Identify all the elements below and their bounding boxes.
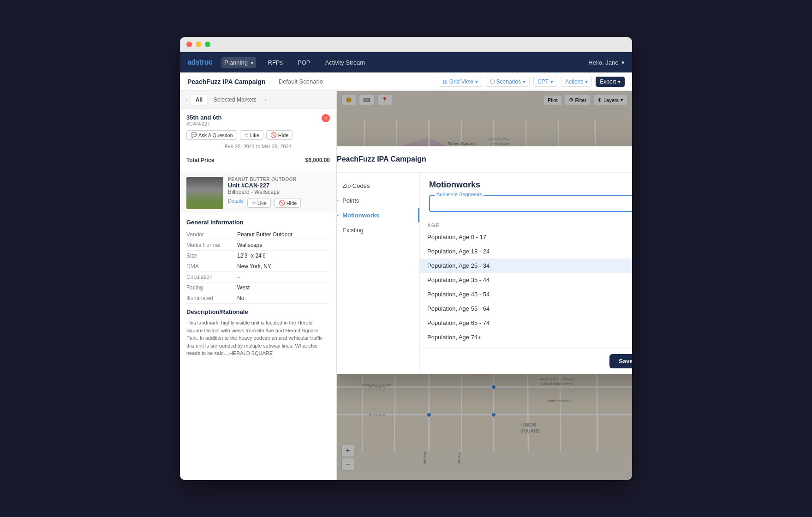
age-0-17-option[interactable]: Population, Age 0 - 17 [420, 230, 632, 244]
unit-number: Unit #CAN-227 [228, 182, 330, 189]
general-info-title: General Information [186, 219, 330, 226]
grid-view-arrow-icon: ▾ [475, 78, 478, 85]
info-row-facing: Facing West [186, 283, 330, 293]
content-area: ‹ All Selected Markets › 35th and 6th #C… [180, 91, 632, 480]
size-label: Size [186, 252, 237, 259]
export-arrow-icon: ▾ [618, 78, 621, 85]
modal-title: PeachFuzz IPA Campaign [337, 155, 426, 163]
modal-sidebar: + Zip Codes + Points + [337, 173, 420, 374]
info-row-dma: DMA New York, NY [186, 261, 330, 272]
general-info-section: General Information Vendor Peanut Butter… [180, 213, 336, 363]
cpt-button[interactable]: CPT ▾ [533, 77, 557, 87]
info-row-circulation: Circulation – [186, 272, 330, 283]
modal-nav-motionworks[interactable]: + Motionworks [337, 208, 419, 222]
question-icon: 💬 [191, 132, 197, 138]
modal-overlay: PeachFuzz IPA Campaign × + Zip [337, 91, 632, 480]
maximize-dot[interactable] [205, 42, 210, 47]
unit-card-close-button[interactable]: × [322, 114, 330, 122]
popup-like-button[interactable]: ☆ Like [247, 198, 271, 208]
info-table: Vendor Peanut Butter Outdoor Media Forma… [186, 229, 330, 304]
hide-icon: 🚫 [270, 132, 277, 138]
age-65-74-option[interactable]: Population, Age 65 - 74 [420, 316, 632, 330]
modal-header: PeachFuzz IPA Campaign × [337, 146, 632, 173]
scenarios-arrow-icon: ▾ [523, 78, 525, 85]
details-link[interactable]: Details [228, 198, 244, 208]
age-25-34-option[interactable]: Population, Age 25 - 34 [420, 258, 632, 273]
age-35-44-option[interactable]: Population, Age 35 - 44 [420, 273, 632, 287]
audience-field-label: Audience Segments [435, 192, 484, 197]
vendor-name: PEANUT BUTTER OUTDOOR [228, 177, 330, 182]
map-area[interactable]: W 33rd St W 30th St W 28th St W 26th St … [337, 91, 632, 480]
vendor-value: Peanut Butter Outdoor [237, 231, 293, 238]
tab-all[interactable]: All [191, 95, 207, 105]
facing-value: West [237, 284, 250, 291]
modal-nav-existing[interactable]: + Existing [337, 222, 419, 237]
points-plus-icon: + [337, 197, 339, 204]
unit-card-header: 35th and 6th #CAN-227 × [186, 114, 330, 126]
dma-value: New York, NY [237, 263, 271, 270]
market-next-icon[interactable]: › [263, 97, 269, 102]
unit-card: 35th and 6th #CAN-227 × 💬 Ask A Question… [180, 108, 336, 173]
star-icon: ☆ [244, 132, 249, 138]
media-format-value: Wallscape [237, 242, 263, 248]
info-row-illuminated: Illuminated No [186, 293, 330, 304]
close-dot[interactable] [186, 42, 192, 47]
existing-plus-icon: + [337, 226, 339, 234]
audience-segments-modal: PeachFuzz IPA Campaign × + Zip [337, 146, 632, 374]
unit-info-side: PEANUT BUTTER OUTDOOR Unit #CAN-227 Bill… [228, 177, 330, 208]
scenarios-icon: ⬡ [490, 78, 495, 85]
unit-image-area: PEANUT BUTTER OUTDOOR Unit #CAN-227 Bill… [180, 173, 336, 213]
motionworks-plus-icon: + [337, 211, 339, 219]
export-button[interactable]: Export ▾ [596, 77, 625, 87]
age-group-header: AGE [420, 220, 632, 230]
minimize-dot[interactable] [196, 42, 201, 47]
nav-item-pop[interactable]: POP [295, 57, 313, 68]
hide-button[interactable]: 🚫 Hide [266, 130, 293, 140]
unit-card-actions: 💬 Ask A Question ☆ Like 🚫 Hide [186, 130, 330, 140]
price-row: Total Price $6,000.00 [186, 153, 330, 163]
circulation-label: Circulation [186, 274, 237, 280]
age-55-64-option[interactable]: Population, Age 55 - 64 [420, 301, 632, 316]
planning-arrow-icon: ▾ [251, 60, 253, 66]
logo-text: adstruc [187, 58, 212, 66]
top-nav: adstruc Planning ▾ RFPs POP Activity Str… [180, 52, 632, 72]
grid-view-button[interactable]: ⊞ Grid View ▾ [439, 77, 482, 87]
info-row-vendor: Vendor Peanut Butter Outdoor [186, 229, 330, 240]
nav-item-planning[interactable]: Planning ▾ [221, 57, 256, 68]
scenarios-button[interactable]: ⬡ Scenarios ▾ [486, 77, 530, 87]
audience-input-wrapper: Audience Segments [429, 195, 632, 212]
modal-footer: Save Layer [420, 348, 632, 374]
unit-format: Billboard - Wallscape [228, 189, 330, 195]
date-range: Feb 28, 2024 to Mar 29, 2024 [186, 144, 330, 149]
facing-label: Facing [186, 284, 237, 291]
media-format-label: Media Format [186, 242, 237, 248]
sub-nav-actions: ⊞ Grid View ▾ ⬡ Scenarios ▾ CPT ▾ Action… [439, 77, 625, 87]
nav-item-rfps[interactable]: RFPs [265, 57, 286, 68]
size-value: 12'3" x 24'6" [237, 252, 268, 259]
grid-icon: ⊞ [443, 78, 448, 85]
save-layer-button[interactable]: Save Layer [609, 354, 632, 368]
unit-id: #CAN-227 [186, 121, 222, 126]
illuminated-label: Illuminated [186, 295, 237, 301]
actions-button[interactable]: Actions ▾ [561, 77, 592, 87]
tab-selected-markets[interactable]: Selected Markets [209, 95, 261, 105]
popup-hide-icon: 🚫 [279, 200, 285, 206]
like-button[interactable]: ☆ Like [240, 130, 263, 140]
user-greeting[interactable]: Hello, Jane ▾ [588, 59, 625, 66]
price-label: Total Price [186, 157, 214, 163]
modal-section-title: Motionworks [429, 180, 632, 190]
market-prev-icon[interactable]: ‹ [184, 97, 189, 102]
unit-thumbnail [186, 177, 223, 209]
modal-nav-zip-codes[interactable]: + Zip Codes [337, 178, 419, 193]
ask-question-button[interactable]: 💬 Ask A Question [186, 130, 237, 140]
sub-nav: PeachFuzz IPA Campaign | Default Scenari… [180, 72, 632, 91]
age-45-54-option[interactable]: Population, Age 45 - 54 [420, 287, 632, 301]
popup-hide-button[interactable]: 🚫 Hide [275, 198, 301, 208]
age-18-24-option[interactable]: Population, Age 18 - 24 [420, 244, 632, 258]
market-tabs: ‹ All Selected Markets › [180, 91, 336, 108]
audience-segments-input[interactable] [429, 195, 632, 212]
sub-nav-divider: | [271, 78, 273, 86]
nav-item-activity[interactable]: Activity Stream [322, 57, 368, 68]
age-74-plus-option[interactable]: Population, Age 74+ [420, 330, 632, 344]
modal-nav-points[interactable]: + Points [337, 193, 419, 208]
